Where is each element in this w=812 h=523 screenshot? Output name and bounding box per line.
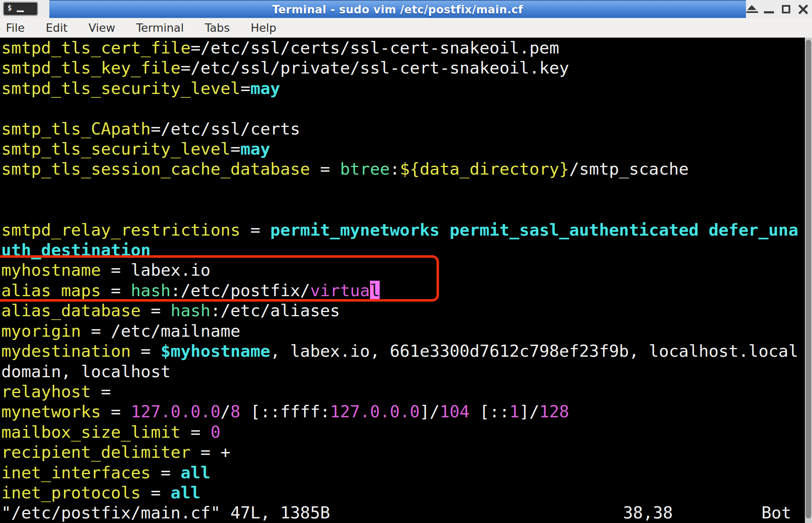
- text-segment: hash: [171, 301, 210, 320]
- terminal-line: [1, 179, 804, 199]
- terminal-line: mynetworks = 127.0.0.0/8 [::ffff:127.0.0…: [1, 401, 804, 421]
- text-segment: permit_mynetworks permit_sasl_authentica…: [270, 220, 798, 239]
- terminal-line: alias_database = hash:/etc/aliases: [1, 300, 804, 320]
- text-segment: smtp_tls_session_cache_database: [1, 159, 310, 178]
- menu-item-edit[interactable]: Edit: [46, 21, 67, 34]
- text-segment: 0: [210, 422, 220, 442]
- terminal-line: uth_destination: [1, 240, 804, 260]
- terminal-line: myhostname = labex.io: [1, 260, 804, 280]
- text-segment: inet_protocols: [1, 483, 141, 502]
- text-segment: myhostname: [1, 260, 101, 279]
- text-segment: :/etc/postfix/: [171, 281, 310, 300]
- text-segment: mailbox_size_limit: [1, 422, 181, 442]
- terminal-viewport[interactable]: smtpd_tls_cert_file=/etc/ssl/certs/ssl-c…: [0, 38, 812, 523]
- text-segment: domain, localhost: [1, 362, 171, 381]
- menu-item-file[interactable]: File: [6, 21, 25, 34]
- terminal-line: smtpd_relay_restrictions = permit_mynetw…: [1, 220, 804, 240]
- text-segment: may: [250, 79, 280, 98]
- text-segment: hash: [131, 281, 171, 300]
- text-segment: =: [181, 422, 210, 442]
- terminal-line: [1, 98, 804, 118]
- text-segment: smtpd_tls_cert_file: [1, 38, 191, 57]
- text-segment: 1: [509, 402, 519, 421]
- text-segment: 8: [230, 402, 240, 421]
- vim-status-line: "/etc/postfix/main.cf" 47L, 1385B38,38Bo…: [1, 503, 804, 523]
- text-segment: = labex.io: [101, 260, 210, 279]
- text-segment: = /etc/mailname: [81, 321, 240, 340]
- shade-button[interactable]: [746, 3, 757, 15]
- text-segment: [::ffff:: [240, 402, 330, 421]
- text-segment: mydestination: [1, 341, 131, 361]
- text-segment: inet_interfaces: [1, 463, 151, 482]
- close-button[interactable]: [798, 3, 809, 15]
- menu-bar: FileEditViewTerminalTabsHelp: [0, 18, 812, 38]
- terminal-line: smtpd_tls_key_file=/etc/ssl/private/ssl-…: [1, 58, 804, 78]
- minimize-button[interactable]: [763, 3, 774, 15]
- terminal-line: smtp_tls_session_cache_database = btree:…: [1, 159, 804, 179]
- text-segment: = +: [191, 442, 230, 462]
- text-segment: =: [101, 402, 130, 421]
- text-segment: 128: [539, 402, 569, 421]
- text-segment: , labex.io, 661e3300d7612c798ef23f9b, lo…: [270, 341, 798, 361]
- maximize-button[interactable]: [781, 3, 792, 15]
- maximize-icon: [782, 5, 790, 13]
- text-segment: smtp_tls_CApath: [1, 119, 151, 138]
- terminal-line: [1, 199, 804, 219]
- text-segment: $myhostname: [161, 341, 270, 361]
- menu-item-terminal[interactable]: Terminal: [136, 21, 184, 34]
- scrollbar-track[interactable]: [805, 38, 812, 523]
- close-icon: [798, 4, 808, 14]
- text-segment: may: [240, 139, 270, 158]
- text-segment: =: [141, 483, 171, 502]
- text-segment: mynetworks: [1, 402, 101, 421]
- text-segment: all: [171, 483, 200, 502]
- text-segment: all: [181, 463, 210, 482]
- terminal-line: recipient_delimiter = +: [1, 442, 804, 462]
- vim-ruler: 38,38: [623, 503, 673, 523]
- text-segment: alias_maps: [1, 281, 101, 300]
- menu-item-view[interactable]: View: [88, 21, 115, 34]
- text-segment: 127.0.0.0: [131, 402, 220, 421]
- menu-item-help[interactable]: Help: [250, 21, 276, 34]
- scrollbar-thumb[interactable]: [806, 40, 811, 518]
- text-segment: 127.0.0.0: [330, 402, 419, 421]
- text-segment: =: [131, 341, 161, 361]
- text-segment: =: [101, 281, 130, 300]
- text-segment: =: [240, 220, 270, 239]
- shade-icon: [746, 5, 757, 13]
- text-segment: =: [141, 301, 171, 320]
- text-segment: 104: [439, 402, 469, 421]
- terminal-line: myorigin = /etc/mailname: [1, 321, 804, 341]
- text-segment: :/etc/aliases: [210, 301, 340, 320]
- terminal-icon: [3, 2, 38, 16]
- text-segment: ${data_directory}: [400, 159, 569, 178]
- terminal-line: smtpd_tls_cert_file=/etc/ssl/certs/ssl-c…: [1, 38, 804, 58]
- window-title: Terminal - sudo vim /etc/postfix/main.cf: [272, 3, 523, 16]
- text-segment: uth_destination: [1, 240, 151, 259]
- terminal-line: smtp_tls_security_level=may: [1, 139, 804, 159]
- text-segment: recipient_delimiter: [1, 442, 191, 462]
- terminal-line: smtp_tls_CApath=/etc/ssl/certs: [1, 119, 804, 139]
- title-bar-center: Terminal - sudo vim /etc/postfix/main.cf: [49, 0, 746, 18]
- vim-file-info: "/etc/postfix/main.cf" 47L, 1385B: [1, 503, 330, 522]
- terminal-line: mydestination = $myhostname, labex.io, 6…: [1, 341, 804, 361]
- window-menu-button[interactable]: [0, 0, 49, 18]
- text-segment: /smtp_scache: [569, 159, 689, 178]
- vim-cursor: l: [370, 281, 380, 300]
- text-segment: :: [390, 159, 400, 178]
- text-segment: smtp_tls_security_level: [1, 139, 230, 158]
- text-segment: virtua: [310, 281, 370, 300]
- text-segment: alias_database: [1, 301, 141, 320]
- menu-item-tabs[interactable]: Tabs: [205, 21, 230, 34]
- text-segment: =: [310, 159, 340, 178]
- text-segment: myorigin: [1, 321, 81, 340]
- terminal-line: inet_interfaces = all: [1, 462, 804, 482]
- terminal-line: inet_protocols = all: [1, 482, 804, 503]
- text-segment: =: [151, 463, 180, 482]
- text-segment: =/etc/ssl/certs/ssl-cert-snakeoil.pem: [191, 38, 559, 57]
- text-segment: ]/: [420, 402, 440, 421]
- text-segment: smtpd_relay_restrictions: [1, 220, 240, 239]
- terminal-line: mailbox_size_limit = 0: [1, 422, 804, 442]
- text-segment: relayhost: [1, 382, 91, 401]
- text-segment: [::: [470, 402, 509, 421]
